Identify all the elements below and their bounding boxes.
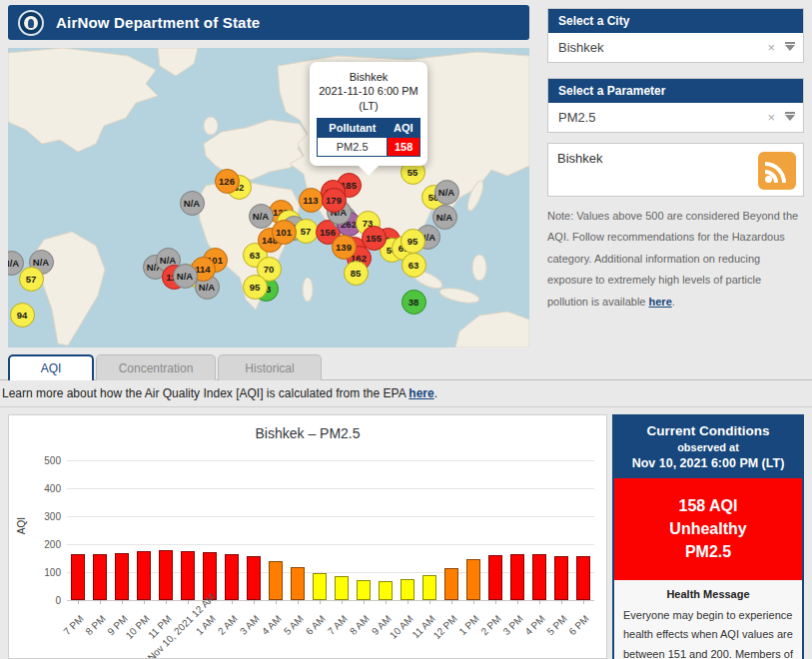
- y-tick-label: 400: [23, 483, 61, 494]
- chart-bar: [554, 556, 568, 600]
- map-marker[interactable]: N/A: [249, 204, 274, 229]
- tab-aqi[interactable]: AQI: [8, 354, 94, 380]
- parameter-select-label: Select a Parameter: [548, 79, 803, 103]
- map-marker[interactable]: 126: [215, 169, 240, 194]
- x-tick: [364, 600, 365, 604]
- chart-bar: [335, 576, 349, 600]
- x-tick: [495, 600, 496, 604]
- chart-title: Bishkek – PM2.5: [9, 425, 606, 441]
- x-tick: [166, 600, 167, 604]
- map-marker[interactable]: 139: [332, 235, 357, 260]
- chart-bar: [357, 580, 371, 600]
- x-tick: [232, 600, 233, 604]
- x-tick: [276, 600, 277, 604]
- x-tick: [539, 600, 540, 604]
- x-tick: [407, 600, 408, 604]
- y-axis-labels: 0100200300400500: [23, 460, 61, 600]
- x-tick: [254, 600, 255, 604]
- parameter-select[interactable]: PM2.5 ×: [548, 103, 803, 132]
- learn-more-text: Learn more about how the Air Quality Ind…: [2, 386, 408, 400]
- map-marker[interactable]: N/A: [173, 264, 198, 289]
- cc-observed-at: observed at: [618, 441, 798, 453]
- cc-health-title: Health Message: [623, 588, 793, 600]
- city-select-panel: Select a City Bishkek ×: [547, 8, 804, 63]
- tab-historical[interactable]: Historical: [218, 354, 322, 380]
- gridline: [67, 516, 594, 517]
- app-title: AirNow Department of State: [56, 14, 260, 31]
- note-here-link[interactable]: here: [649, 296, 672, 308]
- chart-bar: [576, 556, 590, 600]
- map-marker[interactable]: 57: [19, 267, 44, 292]
- learn-more-line: Learn more about how the Air Quality Ind…: [2, 386, 437, 400]
- city-dropdown-caret-icon[interactable]: [785, 45, 795, 56]
- city-select-value: Bishkek: [558, 40, 767, 55]
- map-marker[interactable]: 94: [10, 303, 35, 328]
- map-marker[interactable]: 85: [344, 261, 369, 286]
- x-tick: [429, 600, 430, 604]
- x-tick: [583, 600, 584, 604]
- cc-health-message: Health Message Everyone may begin to exp…: [614, 580, 802, 659]
- page: AirNow Department of State N/AN/A5794: [0, 0, 812, 659]
- map-marker[interactable]: N/A: [432, 205, 457, 230]
- tab-concentration[interactable]: Concentration: [96, 354, 216, 380]
- chart-bar: [225, 554, 239, 600]
- chart-bar: [159, 550, 173, 600]
- beyond-aqi-note: Note: Values above 500 are considered Be…: [547, 206, 804, 313]
- map-marker[interactable]: 63: [402, 253, 426, 278]
- chart-bar: [93, 554, 107, 600]
- x-axis-labels: 7 PM8 PM9 PM10 PM11 PMNov 10, 2021 12 AM…: [67, 607, 594, 659]
- cc-pollutant: PM2.5: [618, 540, 798, 563]
- tab-bar: AQI Concentration Historical: [0, 354, 812, 380]
- chart-bar: [313, 573, 327, 600]
- popup-timezone: (LT): [317, 99, 420, 113]
- popup-table: Pollutant AQI PM2.5 158: [317, 118, 420, 157]
- city-clear-icon[interactable]: ×: [767, 40, 775, 55]
- cc-datetime: Nov 10, 2021 6:00 PM (LT): [618, 456, 798, 470]
- map-marker[interactable]: 95: [243, 275, 268, 300]
- parameter-select-value: PM2.5: [558, 110, 767, 125]
- chart-bar: [247, 556, 261, 600]
- chart-bar: [488, 555, 502, 600]
- parameter-dropdown-caret-icon[interactable]: [785, 115, 795, 126]
- parameter-clear-icon[interactable]: ×: [767, 110, 775, 125]
- map-marker[interactable]: 95: [401, 229, 425, 254]
- map-marker[interactable]: N/A: [434, 180, 459, 205]
- popup-pollutant-value: PM2.5: [318, 137, 388, 156]
- map-marker[interactable]: 179: [322, 188, 347, 213]
- app-header: AirNow Department of State: [8, 5, 529, 40]
- cc-aqi-block: 158 AQI Unhealthy PM2.5: [614, 478, 802, 580]
- cc-category: Unhealthy: [618, 517, 798, 540]
- world-map[interactable]: N/AN/A579412662N/AN/AN/A115N/A56N/A10111…: [8, 48, 529, 347]
- parameter-select-panel: Select a Parameter PM2.5 ×: [547, 78, 804, 133]
- aqi-chart: Bishkek – PM2.5 AQI 0100200300400500 7 P…: [8, 414, 607, 659]
- chart-bar: [510, 554, 524, 600]
- map-marker[interactable]: N/A: [180, 191, 205, 216]
- chart-bar: [444, 568, 458, 600]
- chart-bar: [379, 581, 393, 600]
- city-select-label: Select a City: [548, 9, 803, 33]
- x-tick: [188, 600, 189, 604]
- x-tick: [561, 600, 562, 604]
- x-tick: [100, 600, 101, 604]
- rss-feed-icon[interactable]: [758, 152, 796, 190]
- learn-more-here-link[interactable]: here: [408, 386, 433, 400]
- x-tick: [473, 600, 474, 604]
- popup-aqi-value: 158: [388, 137, 420, 156]
- map-marker[interactable]: 57: [294, 219, 319, 244]
- city-select[interactable]: Bishkek ×: [548, 33, 803, 62]
- chart-bar: [269, 561, 283, 600]
- note-text-end: .: [672, 296, 675, 308]
- chart-bar: [422, 575, 436, 600]
- map-marker[interactable]: 113: [299, 188, 324, 213]
- gridline: [67, 544, 594, 545]
- map-marker[interactable]: 38: [402, 290, 426, 315]
- current-conditions-header: Current Conditions observed at Nov 10, 2…: [614, 416, 802, 478]
- y-tick-label: 0: [23, 595, 61, 606]
- popup-city: Bishkek: [317, 70, 420, 84]
- map-marker[interactable]: 155: [362, 226, 387, 251]
- chart-bar: [71, 554, 85, 600]
- map-marker[interactable]: 101: [272, 220, 297, 245]
- chart-bar: [466, 559, 480, 600]
- note-text: Note: Values above 500 are considered Be…: [547, 210, 798, 308]
- popup-col-aqi: AQI: [388, 118, 420, 137]
